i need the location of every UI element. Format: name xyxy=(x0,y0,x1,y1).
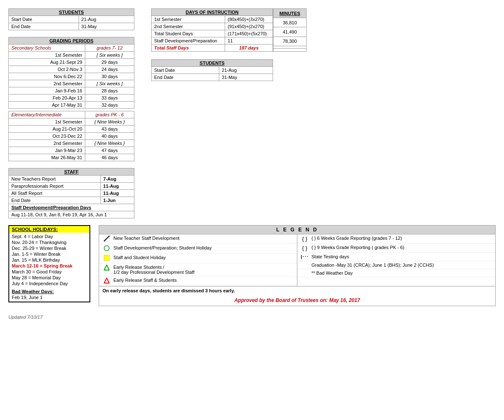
sec-days-2: 24 days xyxy=(85,66,134,73)
elem-grades: grades PK - 6 xyxy=(85,111,134,118)
svg-point-2 xyxy=(104,246,109,251)
min-row-1: 36,810 xyxy=(273,18,307,27)
elem-dates2-1: Jan 9-Mar 23 xyxy=(9,147,85,154)
staff-end-label: End Date xyxy=(9,197,101,204)
students-right-table: STUDENTS Start Date 21-Aug End Date 31-M… xyxy=(151,59,273,81)
holiday-5: Jan. 15 = MLK Birthday xyxy=(12,257,87,263)
legend-item-2: Staff Development/Preparation; Student H… xyxy=(99,244,297,254)
page: STUDENTS Start Date 21-Aug End Date 31-M… xyxy=(8,8,496,320)
sec-dates2-2: Feb 20-Apr 13 xyxy=(9,94,85,102)
elem-label: Elementary/Intermediate xyxy=(9,111,85,118)
sec-days2-1: 28 days xyxy=(85,87,134,94)
doi-label-4: Staff Development/Preparation xyxy=(152,37,225,45)
svg-rect-3 xyxy=(104,255,110,261)
doi-formula-1: (80x450)+(3x270) xyxy=(225,16,273,23)
doi-row-3: Total Student Days (171x450)+(5x270) xyxy=(152,30,273,37)
min-row-3: 78,300 xyxy=(273,37,307,46)
secondary-grades: grades 7- 12 xyxy=(85,45,134,52)
sec-sem1-row: 1st Semester [ Six weeks ] xyxy=(9,52,134,59)
sec-sem2-row: 2nd Semester [ Six weeks ] xyxy=(9,80,134,87)
holiday-9: July 4 = Independence Day xyxy=(12,281,87,286)
minutes-table: MINUTES 36,810 41,490 78,300 xyxy=(273,8,307,52)
all-staff-value: 11-Aug xyxy=(100,190,134,197)
legend-text-3: Staff and Student Holiday xyxy=(113,255,166,260)
elem-sem2-row: 2nd Semester { Nine Weeks } xyxy=(9,140,134,147)
sec-days2-3: 32 days xyxy=(85,102,134,109)
doi-table: DAYS OF INSTRUCTION 1st Semester (80x450… xyxy=(151,8,273,52)
start-date-label: Start Date xyxy=(9,16,79,23)
early-release-green-icon xyxy=(102,265,111,271)
minutes-3: 78,300 xyxy=(273,37,307,46)
minutes-header: MINUTES xyxy=(273,9,307,18)
sec-sem1-label: 1st Semester xyxy=(9,52,85,59)
sec-row2-1: Jan 9-Feb 16 28 days xyxy=(9,87,134,94)
legend-item-r3: |‧‧‧ State Testing days xyxy=(297,253,496,261)
sec-row2-2: Feb 20-Apr 13 33 days xyxy=(9,94,134,102)
holiday-8: May 28 = Memorial Day xyxy=(12,275,87,281)
six-weeks-icon: { } xyxy=(301,236,309,242)
students-top-header: STUDENTS xyxy=(9,9,134,16)
svg-marker-4 xyxy=(104,265,109,270)
svg-marker-5 xyxy=(104,278,109,283)
minutes-5 xyxy=(273,49,307,52)
doi-title: DAYS OF INSTRUCTION xyxy=(152,9,273,16)
legend-item-r2: { } { } 9 Weeks Grade Reporting ( grades… xyxy=(297,244,496,253)
end-date-value: 31-May xyxy=(79,23,134,30)
grading-title: GRADING PERIODS xyxy=(9,37,134,45)
doi-label-5: Total Staff Days xyxy=(152,45,225,52)
sec-row-3: Nov 6-Dec 22 30 days xyxy=(9,73,134,80)
end-date-row: End Date 31-May xyxy=(9,23,134,30)
paraprofessionals-label: Paraprofessionals Report xyxy=(9,183,101,190)
sec-row-1: Aug 21-Sept 29 29 days xyxy=(9,59,134,66)
staff-dev-icon xyxy=(102,245,111,252)
holiday-2: Nov. 20-24 = Thanksgiving xyxy=(12,239,87,245)
legend-item-3: Staff and Student Holiday xyxy=(99,254,297,263)
elem-dates-2: Oct 23-Dec 22 xyxy=(9,133,85,140)
sec-dates-2: Oct 2-Nov 3 xyxy=(9,66,85,73)
staff-row-4: End Date 1-Jun xyxy=(9,197,134,204)
new-teachers-label: New Teachers Report xyxy=(9,176,101,183)
sec-days-3: 30 days xyxy=(85,73,134,80)
sec-dates-3: Nov 6-Dec 22 xyxy=(9,73,85,80)
end-date-label: End Date xyxy=(9,23,79,30)
doi-formula-3: (171x450)+(5x270) xyxy=(225,30,273,37)
legend-right: { } { } 6 Weeks Grade Reporting (grades … xyxy=(297,234,496,286)
legend-left: New Teacher Staff Development Staff Deve… xyxy=(99,234,297,286)
staff-dev-label: Staff Development/Preparation Days xyxy=(9,204,134,211)
right-start-row: Start Date 21-Aug xyxy=(152,67,273,74)
holiday-6: March 12-16 = Spring Break xyxy=(12,263,87,269)
right-end-label: End Date xyxy=(152,74,219,81)
doi-label-1: 1st Semester xyxy=(152,16,225,23)
staff-dev-row: Staff Development/Preparation Days xyxy=(9,204,134,211)
doi-header: DAYS OF INSTRUCTION xyxy=(152,9,273,16)
start-date-value: 21-Aug xyxy=(79,16,134,23)
staff-dev-dates: Aug 11-18, Oct 9, Jan 8, Feb 19, Apr 16,… xyxy=(9,211,134,218)
sec-dates2-3: Apr 17-May 31 xyxy=(9,102,85,109)
elem-dates-1: Aug 21-Oct 20 xyxy=(9,126,85,133)
staff-table: STAFF New Teachers Report 7-Aug Paraprof… xyxy=(8,168,134,218)
legend-box: L E G E N D New Teacher Staff Developmen… xyxy=(99,225,496,306)
sec-days2-2: 33 days xyxy=(85,94,134,102)
doi-label-3: Total Student Days xyxy=(152,30,225,37)
legend-text-r1: { } 6 Weeks Grade Reporting (grades 7 - … xyxy=(312,236,402,241)
elem-sem1-label: 1st Semester xyxy=(9,118,85,126)
minutes-1: 36,810 xyxy=(273,18,307,27)
left-column: STUDENTS Start Date 21-Aug End Date 31-M… xyxy=(8,8,134,218)
sec-days-1: 29 days xyxy=(85,59,134,66)
legend-item-1: New Teacher Staff Development xyxy=(99,234,297,244)
doi-formula-2: (91x450)+(2x270) xyxy=(225,23,273,30)
secondary-label: Secondary Schools xyxy=(9,45,85,52)
bad-weather-title: Bad Weather Days: xyxy=(9,287,89,294)
staff-row-2: Paraprofessionals Report 11-Aug xyxy=(9,183,134,190)
doi-row-5: Total Staff Days 187 days xyxy=(152,45,273,52)
grading-header: GRADING PERIODS xyxy=(9,37,134,45)
grading-periods-table: GRADING PERIODS Secondary Schools grades… xyxy=(8,37,134,161)
staff-title: STAFF xyxy=(9,168,134,176)
doi-row-4: Staff Development/Preparation 11 xyxy=(152,37,273,45)
approved-text: Approved by the Board of Trustees on: Ma… xyxy=(99,295,495,306)
legend-text-5: Early Release Staff & Students xyxy=(113,278,177,283)
doi-formula-5: 187 days xyxy=(225,45,273,52)
holiday-3: Dec. 25-29 = Winter Break xyxy=(12,245,87,251)
legend-item-5: Early Release Staff & Students xyxy=(99,276,297,286)
elem-sem1-row: 1st Semester { Nine Weeks } xyxy=(9,118,134,126)
